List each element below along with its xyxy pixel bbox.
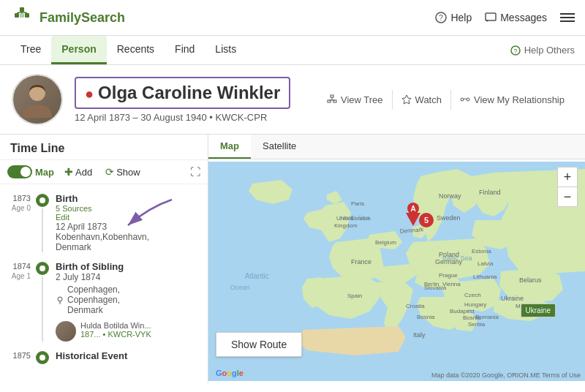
svg-text:Latvia: Latvia xyxy=(478,260,494,267)
timeline-panel: Time Line Map ✚ Add ⟳ Show ⛶ 1873 Age 0 xyxy=(0,135,208,383)
svg-text:Vienna: Vienna xyxy=(442,281,461,287)
show-icon: ⟳ xyxy=(105,166,114,178)
timeline-line-2 xyxy=(42,276,43,342)
map-marker-5: 5 xyxy=(419,213,434,227)
map-tabs: Map Satellite xyxy=(208,135,585,159)
svg-text:Spain: Spain xyxy=(347,293,362,299)
nav-lists[interactable]: Lists xyxy=(205,36,246,64)
svg-text:Berlin: Berlin xyxy=(424,281,439,287)
location-icon xyxy=(56,295,64,304)
timeline-title: Time Line xyxy=(0,135,208,160)
event-edit[interactable]: Edit xyxy=(56,213,200,222)
svg-text:Sweden: Sweden xyxy=(437,214,461,222)
messages-button[interactable]: Messages xyxy=(485,12,547,23)
sibling-avatar xyxy=(56,321,76,342)
watch-icon xyxy=(401,94,412,105)
logo-icon xyxy=(10,6,34,29)
sibling-id[interactable]: 187... • KWCR-VYK xyxy=(80,330,151,339)
menu-button[interactable] xyxy=(560,13,575,22)
person-name-box: ●Olga Caroline Winkler xyxy=(75,77,290,109)
view-tree-button[interactable]: View Tree xyxy=(318,90,392,110)
view-relationship-button[interactable]: View My Relationship xyxy=(450,90,573,110)
ukraine-badge: Ukraine xyxy=(521,304,556,317)
svg-rect-1 xyxy=(15,13,19,18)
sibling-event-date: 2 July 1874 xyxy=(56,272,200,282)
timeline-connector xyxy=(35,193,50,252)
timeline-dot-2 xyxy=(36,262,49,275)
help-button[interactable]: ? Help xyxy=(435,12,472,23)
svg-text:Atlantic: Atlantic xyxy=(245,272,269,280)
svg-text:Kingdom: Kingdom xyxy=(334,222,358,229)
event-location: Kobenhavn,Kobenhavn,Denmark xyxy=(56,232,200,252)
historical-event-title: Historical Event xyxy=(56,350,200,361)
google-logo: Google xyxy=(216,369,244,377)
svg-rect-2 xyxy=(25,13,29,18)
svg-text:Lithuania: Lithuania xyxy=(473,274,497,280)
map-area[interactable]: North Sea Baltic Sea Atlantic Ocean Norw… xyxy=(208,159,585,383)
zoom-in-button[interactable]: + xyxy=(558,167,577,186)
zoom-out-button[interactable]: − xyxy=(558,187,577,206)
help-icon: ? xyxy=(435,12,447,23)
person-dates: 12 April 1873 – 30 August 1940 • KWCK-CP… xyxy=(75,112,306,123)
map-toggle-label: Map xyxy=(35,167,54,178)
svg-text:Poland: Poland xyxy=(439,251,459,258)
add-button[interactable]: ✚ Add xyxy=(61,165,95,179)
svg-point-26 xyxy=(39,355,45,361)
sibling-name: Hulda Botilda Win... xyxy=(80,321,151,330)
event-title: Birth xyxy=(56,193,200,204)
svg-line-6 xyxy=(22,12,27,13)
map-tab-satellite[interactable]: Satellite xyxy=(251,135,308,159)
view-relationship-icon xyxy=(460,94,470,105)
svg-text:Prague: Prague xyxy=(439,272,458,279)
person-avatar xyxy=(12,74,63,125)
help-others-button[interactable]: ? Help Others xyxy=(510,45,575,56)
event-date: 12 April 1873 xyxy=(56,222,200,232)
main-nav: Tree Person Recents Find Lists ? Help Ot… xyxy=(0,36,585,65)
logo-text: FamilySearch xyxy=(39,10,125,26)
event-sources[interactable]: 5 Sources xyxy=(56,204,200,213)
timeline-events: 1873 Age 0 Birth 5 Sources Edit 12 April… xyxy=(0,184,208,383)
nav-find[interactable]: Find xyxy=(165,36,205,64)
show-route-button[interactable]: Show Route xyxy=(216,332,302,357)
map-toggle-switch[interactable] xyxy=(7,165,32,178)
map-attribution: Map data ©2020 Google, ORION.ME Terms of… xyxy=(431,372,581,379)
svg-point-23 xyxy=(39,265,45,271)
nav-tree[interactable]: Tree xyxy=(10,36,51,64)
svg-text:Bosnia: Bosnia xyxy=(417,314,435,320)
svg-text:Belgium: Belgium xyxy=(375,239,396,246)
expand-button[interactable]: ⛶ xyxy=(190,166,200,178)
timeline-content-birth: Birth 5 Sources Edit 12 April 1873 Koben… xyxy=(50,193,200,252)
map-tab-map[interactable]: Map xyxy=(208,135,251,159)
person-actions: View Tree Watch View My Relationship xyxy=(318,90,573,110)
timeline-content-sibling: Birth of Sibling 2 July 1874 Copenhagen,… xyxy=(50,261,200,342)
svg-text:Croatia: Croatia xyxy=(406,303,425,309)
svg-point-19 xyxy=(461,98,464,101)
svg-text:Paris: Paris xyxy=(351,200,364,207)
watch-button[interactable]: Watch xyxy=(392,90,450,110)
timeline-year-1875: 1875 xyxy=(7,350,35,364)
svg-line-5 xyxy=(17,12,22,13)
svg-text:Ukraine: Ukraine xyxy=(501,295,524,302)
svg-rect-13 xyxy=(331,95,333,97)
timeline-dot xyxy=(36,194,49,207)
svg-text:Czech: Czech xyxy=(464,292,481,298)
show-button[interactable]: ⟳ Show xyxy=(102,165,143,179)
svg-marker-18 xyxy=(402,95,411,104)
svg-point-24 xyxy=(58,297,62,301)
svg-text:A: A xyxy=(410,205,415,213)
person-header: ●Olga Caroline Winkler 12 April 1873 – 3… xyxy=(0,65,585,135)
main-content: Time Line Map ✚ Add ⟳ Show ⛶ 1873 Age 0 xyxy=(0,135,585,383)
svg-text:Estonia: Estonia xyxy=(472,248,491,255)
timeline-connector-2 xyxy=(35,261,50,342)
map-toggle[interactable]: Map xyxy=(7,165,54,178)
nav-person[interactable]: Person xyxy=(51,36,106,64)
person-info: ●Olga Caroline Winkler 12 April 1873 – 3… xyxy=(75,77,306,123)
logo[interactable]: FamilySearch xyxy=(10,6,125,29)
svg-text:Budapest: Budapest xyxy=(450,308,475,314)
timeline-item-sibling: 1874 Age 1 Birth of Sibling 2 July 1874 … xyxy=(0,257,208,346)
svg-text:Germany: Germany xyxy=(435,258,463,265)
timeline-connector-3 xyxy=(35,350,50,364)
timeline-year-1874: 1874 Age 1 xyxy=(7,261,35,342)
svg-point-21 xyxy=(39,197,45,203)
nav-recents[interactable]: Recents xyxy=(107,36,165,64)
